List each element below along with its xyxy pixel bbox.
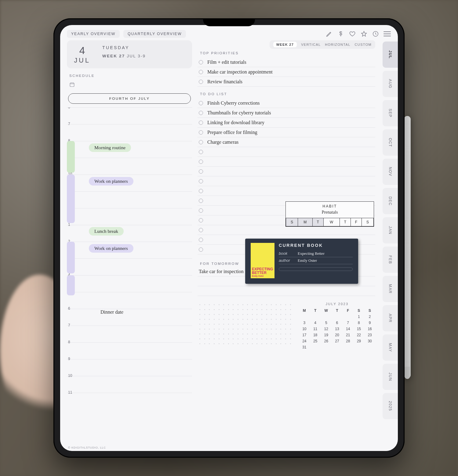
radio-icon[interactable] [199, 121, 203, 125]
hour-slot[interactable]: 11 [67, 191, 192, 208]
list-item[interactable]: Prepare office for filming [198, 128, 375, 137]
month-tab-oct[interactable]: OCT [383, 129, 398, 156]
radio-icon[interactable] [199, 130, 203, 135]
list-item[interactable]: Review financials [198, 77, 375, 87]
current-book-widget[interactable]: EXPECTING BETTER Emily Oster CURRENT BOO… [245, 239, 358, 284]
month-tab-nov[interactable]: NOV [383, 159, 398, 185]
schedule-event[interactable]: Morning routine [89, 143, 131, 152]
habit-tracker-widget[interactable]: HABIT Prenatals SMTWTFS [285, 201, 374, 227]
hour-slot[interactable]: 9 [67, 158, 192, 175]
mini-calendar[interactable]: JULY 2023 MTWTFSS12345678910111213141516… [299, 302, 375, 350]
book-cover: EXPECTING BETTER Emily Oster [251, 243, 274, 278]
view-horizontal-tab[interactable]: HORIZONTAL [325, 43, 350, 46]
menu-icon[interactable] [383, 30, 391, 38]
heart-icon[interactable] [348, 30, 356, 38]
schedule-event[interactable]: Work on planners [89, 177, 133, 186]
footer-area: JULY 2023 MTWTFSS12345678910111213141516… [198, 302, 375, 350]
radio-icon[interactable] [199, 60, 203, 64]
view-week-tab[interactable]: WEEK 27 [273, 42, 297, 47]
list-item-empty[interactable] [198, 186, 375, 196]
schedule-event[interactable]: Dinner date [100, 309, 123, 315]
hour-slot[interactable]: 1 [67, 225, 192, 242]
tomorrow-empty[interactable] [198, 286, 375, 296]
radio-icon[interactable] [199, 228, 203, 232]
radio-icon[interactable] [199, 218, 203, 222]
radio-icon[interactable] [199, 160, 203, 164]
radio-icon[interactable] [199, 101, 203, 105]
date-week: WEEK 27 JUL 3-9 [102, 54, 192, 58]
todo-label: TO DO LIST [200, 92, 375, 96]
hour-slot[interactable]: 10 [67, 376, 192, 393]
list-item[interactable]: Make car inspection appointment [198, 67, 375, 77]
radio-icon[interactable] [199, 199, 203, 203]
month-tab-dec[interactable]: DEC [383, 188, 398, 214]
list-item[interactable]: Thumbnails for cyberry tutorials [198, 108, 375, 118]
radio-icon[interactable] [199, 150, 203, 154]
book-author: Emily Oster [298, 258, 317, 263]
svg-rect-1 [70, 83, 74, 87]
hour-slot[interactable]: 7 [67, 326, 192, 342]
month-tab-sep[interactable]: SEP [383, 100, 398, 126]
month-tab-jan[interactable]: JAN [383, 217, 398, 243]
hour-slot[interactable]: 6 [67, 107, 192, 124]
month-tab-may[interactable]: MAY [383, 334, 398, 361]
star-icon[interactable] [360, 30, 368, 38]
priorities-label: TOP PRIORITIES [200, 51, 375, 55]
hour-slot[interactable]: 4 [67, 275, 192, 292]
quarterly-overview-tab[interactable]: QUARTERLY OVERVIEW [123, 30, 186, 38]
month-tab-mar[interactable]: MAR [383, 276, 398, 302]
list-item-empty[interactable] [198, 176, 375, 186]
month-tab-jun[interactable]: JUN [383, 364, 398, 390]
copyright: © KDIGITALSTUDIO, LLC [68, 446, 106, 449]
month-tab-apr[interactable]: APR [383, 305, 398, 331]
schedule-event[interactable]: Work on planners [89, 244, 133, 253]
hour-slot[interactable]: 5 [67, 292, 192, 309]
view-custom-tab[interactable]: CUSTOM [355, 43, 372, 46]
book-title: Expecting Better [298, 251, 325, 256]
hour-slot[interactable]: 8 [67, 342, 192, 359]
list-item-empty[interactable] [198, 167, 375, 176]
hour-slot[interactable]: 9 [67, 359, 192, 376]
hour-slot[interactable]: 11 [67, 393, 192, 409]
list-item[interactable]: Charge cameras [198, 137, 375, 147]
month-tab-feb[interactable]: FEB [383, 247, 398, 273]
allday-event[interactable]: FOURTH OF JULY [68, 93, 191, 104]
schedule-event[interactable]: Lunch break [89, 227, 124, 236]
yearly-overview-tab[interactable]: YEARLY OVERVIEW [67, 30, 120, 38]
radio-icon[interactable] [199, 238, 203, 242]
hour-slot[interactable]: 12 [67, 208, 192, 225]
list-item[interactable]: Finish Cyberry corrections [198, 98, 375, 108]
list-item-empty[interactable] [198, 157, 375, 167]
month-tab-aug[interactable]: AUG [383, 71, 398, 97]
radio-icon[interactable] [199, 208, 203, 213]
list-item-empty[interactable] [198, 147, 375, 157]
radio-icon[interactable] [199, 169, 203, 174]
list-item[interactable]: Film + edit tutorials [198, 57, 375, 67]
month-tab-2025[interactable]: 2025 [383, 393, 398, 419]
radio-icon[interactable] [199, 189, 203, 193]
radio-icon[interactable] [199, 179, 203, 183]
book-progress[interactable] [279, 267, 353, 271]
pencil-icon[interactable] [325, 30, 333, 38]
month-tab-jul[interactable]: JUL [383, 41, 398, 68]
hour-slot[interactable]: 3 [67, 258, 192, 275]
clock-icon[interactable] [372, 30, 380, 38]
ipad-frame: YEARLY OVERVIEW QUARTERLY OVERVIEW [53, 18, 405, 458]
todo-list: Finish Cyberry correctionsThumbnails for… [198, 98, 375, 254]
view-vertical-tab[interactable]: VERTICAL [301, 43, 321, 46]
radio-icon[interactable] [199, 247, 203, 252]
calendar-icon[interactable] [69, 82, 192, 88]
mini-cal-title: JULY 2023 [299, 302, 375, 306]
planner-screen: YEARLY OVERVIEW QUARTERLY OVERVIEW [60, 25, 398, 451]
timeline[interactable]: 67891011121234567891011Morning routineWo… [67, 107, 192, 448]
hour-slot[interactable]: 7 [67, 124, 192, 141]
radio-icon[interactable] [199, 80, 203, 84]
radio-icon[interactable] [199, 70, 203, 74]
radio-icon[interactable] [199, 140, 203, 144]
list-item[interactable]: Linking for download library [198, 118, 375, 128]
dollar-icon[interactable] [337, 30, 345, 38]
hour-slot[interactable]: 6 [67, 309, 192, 326]
radio-icon[interactable] [199, 111, 203, 115]
habit-name: Prenatals [286, 210, 374, 218]
date-block[interactable]: 4 JUL TUESDAY WEEK 27 JUL 3-9 [67, 40, 192, 68]
